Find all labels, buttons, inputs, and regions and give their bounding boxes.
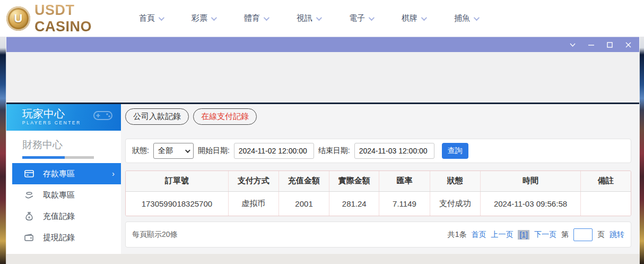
chevron-down-icon — [211, 14, 217, 20]
pagination-controls: 共1条 首页 上一页 [1] 下一页 第 页 跳转 — [448, 228, 624, 241]
total-count-text: 共1条 — [448, 230, 467, 240]
chevron-down-icon — [369, 14, 375, 20]
coin-logo-icon: U — [6, 6, 30, 31]
chevron-down-icon — [185, 148, 190, 153]
brand-logo[interactable]: U USDT CASINO — [6, 2, 134, 35]
prev-page-link[interactable]: 上一页 — [491, 230, 513, 240]
start-date-label: 開始日期: — [198, 146, 230, 156]
nav-item-label: 彩票 — [192, 13, 207, 23]
nav-item-label: 棋牌 — [402, 13, 417, 23]
cell-payment-method: 虚拟币 — [228, 191, 279, 216]
sidebar-item-withdrawal-records[interactable]: 提現記錄 — [12, 227, 121, 248]
player-center-window: 玩家中心 PLAYERS CENTER 財務中心 — [6, 37, 639, 264]
nav-item-live-video[interactable]: 視訊 — [297, 13, 320, 23]
status-select[interactable]: 全部 — [153, 143, 194, 159]
col-actual-amount: 實際金額 — [329, 171, 379, 191]
filter-bar: 狀態: 全部 開始日期: 结束日期: 查詢 — [125, 139, 631, 163]
brand-name: USDT CASINO — [34, 2, 134, 35]
col-time: 時間 — [480, 171, 580, 191]
col-order-number: 訂單號 — [126, 171, 228, 191]
logo-letter: U — [14, 12, 23, 25]
chevron-down-icon — [421, 14, 427, 20]
chevron-down-icon — [159, 14, 164, 20]
nav-item-label: 首頁 — [139, 13, 155, 23]
status-select-value: 全部 — [158, 146, 173, 156]
money-bag-icon — [24, 211, 34, 222]
jump-prefix-label: 第 — [561, 230, 569, 240]
chevron-down-icon — [264, 14, 269, 20]
section-underline — [22, 156, 94, 159]
window-close-button[interactable] — [624, 41, 632, 48]
cell-actual-amount: 281.24 — [329, 191, 379, 216]
first-page-link[interactable]: 首页 — [471, 230, 486, 240]
sidebar-item-deposit[interactable]: 存款專區 › — [12, 163, 121, 184]
deposit-card-icon — [24, 168, 34, 179]
window-minimize-button[interactable] — [587, 41, 595, 48]
status-label: 狀態: — [132, 146, 149, 156]
gamepad-icon — [93, 109, 112, 124]
col-remark: 備註 — [581, 171, 631, 191]
next-page-link[interactable]: 下一页 — [534, 230, 556, 240]
sidebar-item-label: 存款專區 — [43, 169, 103, 179]
nav-item-slots[interactable]: 電子 — [349, 13, 373, 23]
sidebar-item-funds-records[interactable]: 資金記錄 — [12, 248, 121, 254]
window-header-area — [6, 52, 639, 103]
sidebar-menu: 存款專區 › 取款專區 充值記錄 — [6, 163, 121, 254]
sidebar-item-label: 取款專區 — [43, 190, 115, 200]
cell-exchange-rate: 7.1149 — [379, 191, 430, 216]
window-bottom-strip — [6, 254, 639, 264]
table-row: 1730599018325700 虚拟币 2001 281.24 7.1149 … — [126, 191, 631, 216]
window-collapse-button[interactable] — [569, 41, 576, 48]
sidebar-item-withdraw[interactable]: 取款專區 — [12, 184, 121, 206]
cell-order-number: 1730599018325700 — [126, 191, 228, 216]
jump-suffix-label: 页 — [597, 230, 605, 240]
screen: U USDT CASINO 首頁 彩票 體育 視訊 電子 — [0, 0, 644, 264]
nav-item-label: 體育 — [244, 13, 260, 23]
sidebar-item-recharge-records[interactable]: 充值記錄 — [12, 206, 121, 227]
col-exchange-rate: 匯率 — [379, 171, 430, 191]
chevron-down-icon — [316, 14, 322, 20]
chevron-down-icon — [474, 14, 480, 20]
cell-status: 支付成功 — [430, 191, 480, 216]
hand-money-icon — [24, 190, 34, 200]
window-titlebar — [6, 37, 639, 52]
tab-online-payment-records[interactable]: 在線支付記錄 — [193, 108, 257, 125]
finance-center-heading: 財務中心 — [6, 131, 121, 156]
sidebar-item-label: 充值記錄 — [43, 211, 115, 222]
col-payment-method: 支付方式 — [228, 171, 279, 191]
col-recharge-amount: 充值金額 — [279, 171, 329, 191]
col-status: 狀態 — [430, 171, 480, 191]
nav-item-label: 電子 — [349, 13, 365, 23]
start-date-input[interactable] — [234, 143, 314, 159]
nav-item-sports[interactable]: 體育 — [244, 13, 268, 23]
nav-item-label: 視訊 — [297, 13, 312, 23]
jump-button[interactable]: 跳转 — [610, 230, 624, 240]
table-header-row: 訂單號 支付方式 充值金額 實際金額 匯率 狀態 時間 備註 — [126, 171, 631, 191]
cell-time: 2024-11-03 09:56:58 — [480, 191, 580, 216]
pagination-bar: 每頁顯示20條 共1条 首页 上一页 [1] 下一页 第 页 跳转 — [125, 222, 631, 248]
nav-item-label: 捕魚 — [454, 13, 470, 23]
search-button[interactable]: 查詢 — [442, 143, 468, 159]
cell-remark — [581, 191, 631, 216]
end-date-label: 结束日期: — [318, 146, 350, 156]
nav-item-lottery[interactable]: 彩票 — [192, 13, 215, 23]
wallet-icon — [24, 232, 34, 243]
main-panel: 公司入款記錄 在線支付記錄 狀態: 全部 開始日期: 结束日期: 查詢 — [121, 104, 639, 254]
site-navbar: U USDT CASINO 首頁 彩票 體育 視訊 電子 — [0, 0, 644, 37]
current-page-indicator: [1] — [518, 230, 529, 240]
sidebar-item-label: 提現記錄 — [43, 233, 115, 243]
chevron-right-icon: › — [112, 169, 115, 178]
cell-recharge-amount: 2001 — [279, 191, 329, 216]
nav-item-fishing[interactable]: 捕魚 — [454, 13, 478, 23]
window-maximize-button[interactable] — [606, 41, 613, 48]
tab-company-deposit-records[interactable]: 公司入款記錄 — [125, 108, 189, 125]
records-table-container: 訂單號 支付方式 充值金額 實際金額 匯率 狀態 時間 備註 — [125, 171, 631, 216]
page-jump-input[interactable] — [573, 228, 593, 241]
nav-item-board-games[interactable]: 棋牌 — [402, 13, 425, 23]
end-date-input[interactable] — [354, 143, 434, 159]
players-center-banner: 玩家中心 PLAYERS CENTER — [6, 104, 121, 131]
records-table: 訂單號 支付方式 充值金額 實際金額 匯率 狀態 時間 備註 — [126, 171, 631, 216]
nav-item-home[interactable]: 首頁 — [139, 13, 163, 23]
record-tabs: 公司入款記錄 在線支付記錄 — [125, 108, 631, 125]
page-size-text: 每頁顯示20條 — [132, 230, 178, 240]
